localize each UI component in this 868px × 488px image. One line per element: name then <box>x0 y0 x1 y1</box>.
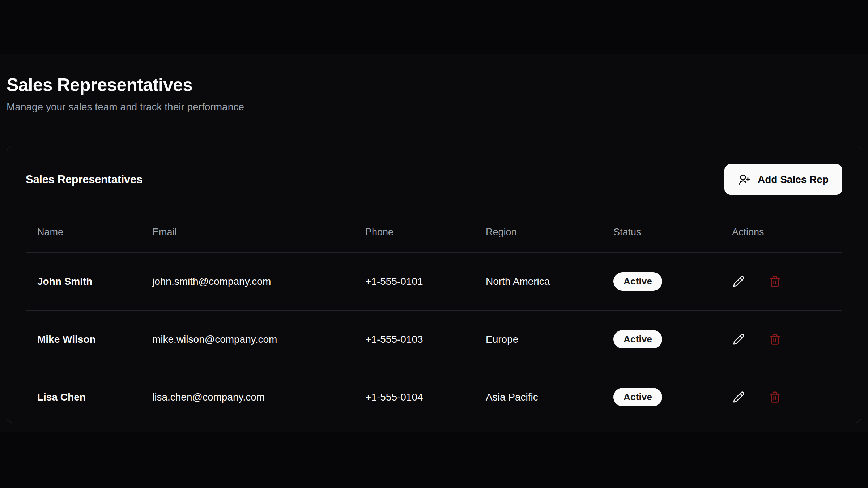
rep-email: john.smith@company.com <box>141 253 354 311</box>
column-header-email: Email <box>141 227 354 253</box>
rep-region: Asia Pacific <box>474 368 602 426</box>
row-actions <box>732 275 842 288</box>
column-header-actions: Actions <box>720 227 842 253</box>
table-row: Mike Wilson mike.wilson@company.com +1-5… <box>26 311 842 368</box>
table-header-row: Name Email Phone Region Status Actions <box>26 227 842 253</box>
column-header-region: Region <box>474 227 602 253</box>
user-plus-icon <box>738 174 750 186</box>
edit-button[interactable] <box>732 275 745 288</box>
page-subtitle: Manage your sales team and track their p… <box>7 101 861 113</box>
add-sales-rep-button-label: Add Sales Rep <box>758 174 829 185</box>
delete-button[interactable] <box>768 391 781 404</box>
delete-button[interactable] <box>768 333 781 346</box>
rep-phone: +1-555-0104 <box>354 368 474 426</box>
edit-button[interactable] <box>732 391 745 404</box>
content-area: Sales Representatives Manage your sales … <box>0 54 868 432</box>
page-title: Sales Representatives <box>7 74 861 95</box>
card-title: Sales Representatives <box>26 173 142 186</box>
rep-phone: +1-555-0103 <box>354 311 474 368</box>
row-actions <box>732 391 842 404</box>
page-header: Sales Representatives Manage your sales … <box>0 54 868 113</box>
sales-reps-card: Sales Representatives Add Sales Rep <box>7 146 861 423</box>
column-header-status: Status <box>602 227 720 253</box>
column-header-name: Name <box>26 227 141 253</box>
rep-phone: +1-555-0101 <box>354 253 474 311</box>
trash-icon <box>769 391 781 403</box>
table-row: John Smith john.smith@company.com +1-555… <box>26 253 842 311</box>
rep-region: Europe <box>474 311 602 368</box>
rep-name: Lisa Chen <box>26 368 141 426</box>
pencil-icon <box>733 391 745 403</box>
rep-email: lisa.chen@company.com <box>141 368 354 426</box>
rep-name: Mike Wilson <box>26 311 141 368</box>
table-row: Lisa Chen lisa.chen@company.com +1-555-0… <box>26 368 842 426</box>
card-header: Sales Representatives Add Sales Rep <box>26 164 842 195</box>
rep-region: North America <box>474 253 602 311</box>
edit-button[interactable] <box>732 333 745 346</box>
trash-icon <box>769 275 781 287</box>
pencil-icon <box>733 333 745 345</box>
rep-email: mike.wilson@company.com <box>141 311 354 368</box>
rep-name: John Smith <box>26 253 141 311</box>
status-badge: Active <box>613 388 662 406</box>
add-sales-rep-button[interactable]: Add Sales Rep <box>724 164 842 195</box>
trash-icon <box>769 333 781 345</box>
row-actions <box>732 333 842 346</box>
status-badge: Active <box>613 272 662 291</box>
sales-reps-table: Name Email Phone Region Status Actions J… <box>26 227 842 426</box>
column-header-phone: Phone <box>354 227 474 253</box>
status-badge: Active <box>613 330 662 348</box>
pencil-icon <box>733 275 745 287</box>
delete-button[interactable] <box>768 275 781 288</box>
